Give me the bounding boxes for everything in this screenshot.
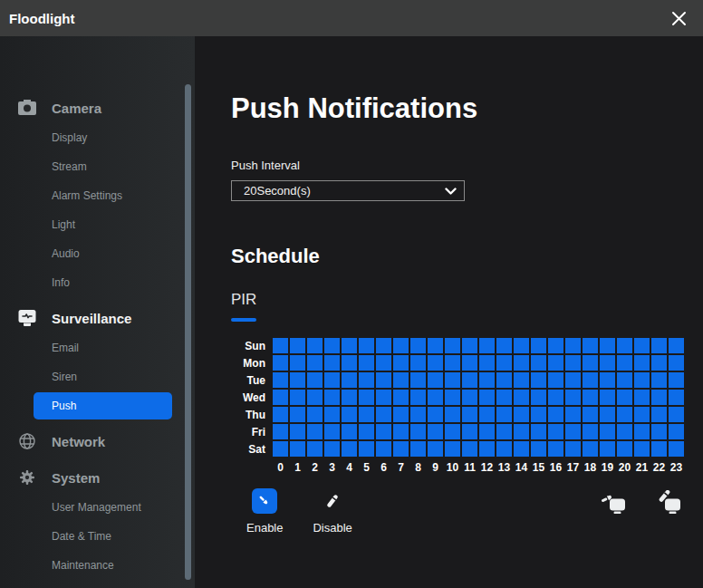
sidebar-item-display[interactable]: Display: [0, 123, 195, 152]
schedule-cell-sun-16[interactable]: [548, 338, 563, 353]
disable-tool[interactable]: Disable: [313, 488, 352, 535]
schedule-cell-fri-8[interactable]: [410, 424, 426, 439]
schedule-cell-sun-7[interactable]: [393, 338, 409, 353]
schedule-cell-tue-19[interactable]: [600, 372, 615, 388]
schedule-cell-tue-13[interactable]: [496, 372, 512, 388]
schedule-cell-sun-1[interactable]: [290, 338, 305, 353]
schedule-cell-fri-2[interactable]: [307, 424, 323, 439]
schedule-cell-sun-5[interactable]: [359, 338, 374, 353]
schedule-cell-thu-4[interactable]: [342, 407, 357, 422]
schedule-cell-sun-21[interactable]: [634, 338, 650, 353]
schedule-cell-fri-9[interactable]: [428, 424, 443, 439]
schedule-cell-wed-0[interactable]: [273, 390, 288, 405]
schedule-cell-mon-14[interactable]: [514, 355, 529, 371]
schedule-cell-fri-16[interactable]: [548, 424, 563, 439]
schedule-cell-thu-13[interactable]: [496, 407, 512, 422]
schedule-cell-tue-5[interactable]: [359, 372, 374, 388]
schedule-cell-wed-9[interactable]: [428, 390, 443, 405]
schedule-cell-mon-12[interactable]: [479, 355, 495, 371]
schedule-cell-sat-22[interactable]: [651, 441, 667, 457]
schedule-cell-tue-16[interactable]: [548, 372, 563, 388]
schedule-cell-wed-11[interactable]: [462, 390, 477, 405]
schedule-cell-sat-18[interactable]: [583, 441, 598, 457]
schedule-cell-wed-2[interactable]: [307, 390, 323, 405]
schedule-cell-sat-16[interactable]: [548, 441, 563, 457]
schedule-cell-sat-4[interactable]: [342, 441, 357, 457]
schedule-cell-mon-1[interactable]: [290, 355, 305, 371]
schedule-cell-tue-6[interactable]: [376, 372, 391, 388]
schedule-cell-thu-7[interactable]: [393, 407, 409, 422]
sidebar-item-date-time[interactable]: Date & Time: [0, 522, 195, 551]
schedule-cell-thu-23[interactable]: [669, 407, 684, 422]
schedule-cell-mon-22[interactable]: [651, 355, 667, 371]
tab-pir[interactable]: PIR: [231, 291, 685, 322]
schedule-cell-wed-20[interactable]: [617, 390, 632, 405]
schedule-cell-sat-23[interactable]: [669, 441, 684, 457]
schedule-cell-wed-13[interactable]: [496, 390, 512, 405]
schedule-cell-wed-3[interactable]: [324, 390, 340, 405]
schedule-cell-tue-7[interactable]: [393, 372, 409, 388]
schedule-cell-sun-19[interactable]: [600, 338, 615, 353]
schedule-cell-thu-1[interactable]: [290, 407, 305, 422]
schedule-cell-mon-20[interactable]: [617, 355, 632, 371]
schedule-cell-tue-20[interactable]: [617, 372, 632, 388]
eraser-clear-all-icon[interactable]: [655, 490, 685, 521]
schedule-cell-sat-9[interactable]: [428, 441, 443, 457]
schedule-cell-tue-11[interactable]: [462, 372, 477, 388]
sidebar-item-audio[interactable]: Audio: [0, 239, 195, 268]
schedule-cell-mon-19[interactable]: [600, 355, 615, 371]
schedule-cell-thu-16[interactable]: [548, 407, 563, 422]
schedule-cell-mon-11[interactable]: [462, 355, 477, 371]
sidebar-section-system[interactable]: System: [0, 462, 195, 493]
schedule-cell-mon-7[interactable]: [393, 355, 409, 371]
sidebar-item-email[interactable]: Email: [0, 333, 195, 362]
schedule-cell-sat-15[interactable]: [531, 441, 546, 457]
schedule-cell-sun-2[interactable]: [307, 338, 323, 353]
schedule-cell-tue-2[interactable]: [307, 372, 323, 388]
schedule-cell-tue-22[interactable]: [651, 372, 667, 388]
schedule-cell-thu-18[interactable]: [583, 407, 598, 422]
schedule-cell-fri-6[interactable]: [376, 424, 391, 439]
sidebar-section-network[interactable]: Network: [0, 426, 195, 457]
schedule-cell-thu-8[interactable]: [410, 407, 426, 422]
sidebar-section-camera[interactable]: Camera: [0, 92, 195, 123]
schedule-cell-tue-1[interactable]: [290, 372, 305, 388]
schedule-cell-tue-10[interactable]: [445, 372, 460, 388]
schedule-cell-sat-19[interactable]: [600, 441, 615, 457]
schedule-cell-sun-3[interactable]: [324, 338, 340, 353]
schedule-cell-sat-8[interactable]: [410, 441, 426, 457]
schedule-cell-mon-10[interactable]: [445, 355, 460, 371]
schedule-cell-fri-3[interactable]: [324, 424, 340, 439]
schedule-cell-mon-6[interactable]: [376, 355, 391, 371]
eraser-icon[interactable]: [320, 488, 345, 514]
schedule-cell-tue-8[interactable]: [410, 372, 426, 388]
schedule-cell-thu-2[interactable]: [307, 407, 323, 422]
schedule-cell-sat-5[interactable]: [359, 441, 374, 457]
schedule-cell-fri-14[interactable]: [514, 424, 529, 439]
sidebar-scrollbar[interactable]: [185, 84, 191, 580]
schedule-cell-sun-20[interactable]: [617, 338, 632, 353]
schedule-cell-mon-23[interactable]: [669, 355, 684, 371]
schedule-cell-sun-0[interactable]: [273, 338, 288, 353]
schedule-cell-fri-12[interactable]: [479, 424, 495, 439]
schedule-cell-sat-10[interactable]: [445, 441, 460, 457]
schedule-cell-mon-2[interactable]: [307, 355, 323, 371]
schedule-cell-sat-6[interactable]: [376, 441, 391, 457]
schedule-cell-fri-4[interactable]: [342, 424, 357, 439]
schedule-cell-sun-17[interactable]: [565, 338, 581, 353]
schedule-cell-sun-11[interactable]: [462, 338, 477, 353]
schedule-cell-wed-4[interactable]: [342, 390, 357, 405]
sidebar-item-info[interactable]: Info: [0, 268, 195, 297]
schedule-cell-mon-16[interactable]: [548, 355, 563, 371]
schedule-cell-tue-21[interactable]: [634, 372, 650, 388]
schedule-cell-tue-12[interactable]: [479, 372, 495, 388]
schedule-cell-mon-9[interactable]: [428, 355, 443, 371]
schedule-cell-fri-13[interactable]: [496, 424, 512, 439]
schedule-cell-sun-6[interactable]: [376, 338, 391, 353]
schedule-cell-wed-17[interactable]: [565, 390, 581, 405]
schedule-cell-sun-8[interactable]: [410, 338, 426, 353]
schedule-cell-sun-23[interactable]: [669, 338, 684, 353]
schedule-cell-fri-18[interactable]: [583, 424, 598, 439]
schedule-cell-sun-10[interactable]: [445, 338, 460, 353]
sidebar-item-siren[interactable]: Siren: [0, 362, 195, 391]
